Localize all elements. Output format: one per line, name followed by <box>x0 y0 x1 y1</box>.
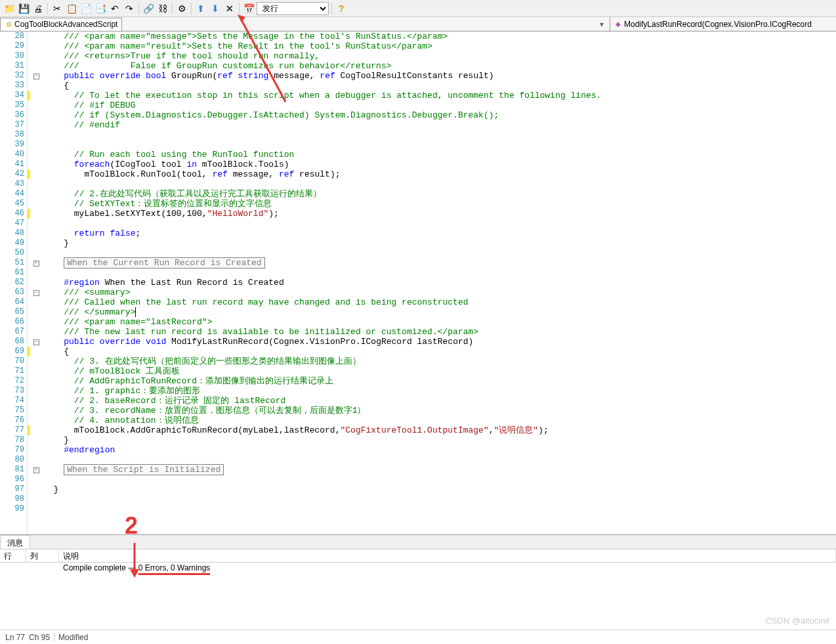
link-icon[interactable]: 🔗 <box>142 2 155 15</box>
class-icon: ⚙ <box>5 20 12 28</box>
cancel-icon[interactable]: ✕ <box>223 2 236 15</box>
member-tab-label: ModifyLastRunRecord(Cognex.VisionPro.ICo… <box>624 20 812 29</box>
undo-icon[interactable]: ↶ <box>108 2 121 15</box>
status-bar: Ln 77 Ch 95 Modified <box>0 630 836 644</box>
status-modified: Modified <box>58 633 88 642</box>
fold-toggle[interactable]: + <box>33 467 39 473</box>
build-config-combo[interactable]: 发行 <box>257 2 329 15</box>
fold-toggle[interactable]: − <box>33 339 39 345</box>
status-char: Ch 95 <box>29 633 50 642</box>
compile-prefix: Compile complete — <box>63 563 138 572</box>
message-row[interactable]: Compile complete — 0 Errors, 0 Warnings <box>0 563 836 576</box>
separator <box>331 3 332 14</box>
print-icon[interactable]: 🖨 <box>31 2 45 15</box>
separator <box>47 3 48 14</box>
fold-toggle[interactable]: − <box>33 74 39 79</box>
messages-tabs: 消息 <box>0 535 836 549</box>
watermark: CSDN @altocinit <box>765 616 829 626</box>
separator <box>138 3 139 14</box>
messages-tab[interactable]: 消息 <box>0 535 30 549</box>
col-row-header: 行 <box>0 549 26 562</box>
col-col-header: 列 <box>26 549 59 562</box>
calendar-icon[interactable]: 📅 <box>242 2 255 15</box>
member-selector[interactable]: ◆ ModifyLastRunRecord(Cognex.VisionPro.I… <box>610 17 836 31</box>
status-line: Ln 77 <box>5 633 25 642</box>
separator <box>172 3 173 14</box>
up-arrow-icon[interactable]: ⬆ <box>194 2 207 15</box>
line-number-gutter: 2829303132333435363738394041424344454647… <box>0 32 28 534</box>
messages-body: Compile complete — 0 Errors, 0 Warnings <box>0 563 836 630</box>
separator <box>54 633 54 642</box>
navigation-bar: ⚙ CogToolBlockAdvancedScript ▾ ◆ ModifyL… <box>0 17 836 32</box>
messages-panel: 消息 行 列 说明 Compile complete — 0 Errors, 0… <box>0 534 836 630</box>
copy-icon[interactable]: 📋 <box>65 2 78 15</box>
code-editor[interactable]: 2829303132333435363738394041424344454647… <box>0 32 836 534</box>
fold-toggle[interactable]: + <box>33 261 39 267</box>
class-dropdown-icon[interactable]: ▾ <box>596 20 607 29</box>
redo-icon[interactable]: ↷ <box>123 2 136 15</box>
messages-header: 行 列 说明 <box>0 549 836 563</box>
cut-icon[interactable]: ✂ <box>51 2 64 15</box>
fold-toggle[interactable]: − <box>33 290 39 296</box>
down-arrow-icon[interactable]: ⬇ <box>209 2 222 15</box>
msg-col-cell <box>26 568 59 570</box>
member-tab[interactable]: ◆ ModifyLastRunRecord(Cognex.VisionPro.I… <box>610 18 816 31</box>
class-tab[interactable]: ⚙ CogToolBlockAdvancedScript <box>0 18 122 31</box>
toolbar: 📁 💾 🖨 ✂ 📋 📄 📑 ↶ ↷ 🔗 ⛓ ⚙ ⬆ ⬇ ✕ 📅 发行 ? <box>0 0 836 17</box>
msg-desc-cell: Compile complete — 0 Errors, 0 Warnings <box>59 562 214 576</box>
help-icon[interactable]: ? <box>335 2 348 15</box>
fold-column[interactable]: −+−−+ <box>31 32 41 534</box>
save-icon[interactable]: 💾 <box>17 2 30 15</box>
new-folder-icon[interactable]: 📁 <box>3 2 16 15</box>
separator <box>239 3 240 14</box>
paste2-icon[interactable]: 📑 <box>94 2 107 15</box>
unlink-icon[interactable]: ⛓ <box>156 2 169 15</box>
col-desc-header: 说明 <box>59 549 836 562</box>
method-icon: ◆ <box>614 20 622 28</box>
paste-icon[interactable]: 📄 <box>79 2 93 15</box>
msg-row-cell <box>0 568 26 570</box>
gear-icon[interactable]: ⚙ <box>175 2 188 15</box>
compile-result: 0 Errors, 0 Warnings <box>138 563 211 575</box>
separator <box>191 3 192 14</box>
class-tab-label: CogToolBlockAdvancedScript <box>14 20 117 29</box>
code-content[interactable]: /// <param name="message">Sets the Messa… <box>41 32 836 534</box>
class-selector[interactable]: ⚙ CogToolBlockAdvancedScript ▾ <box>0 17 610 31</box>
